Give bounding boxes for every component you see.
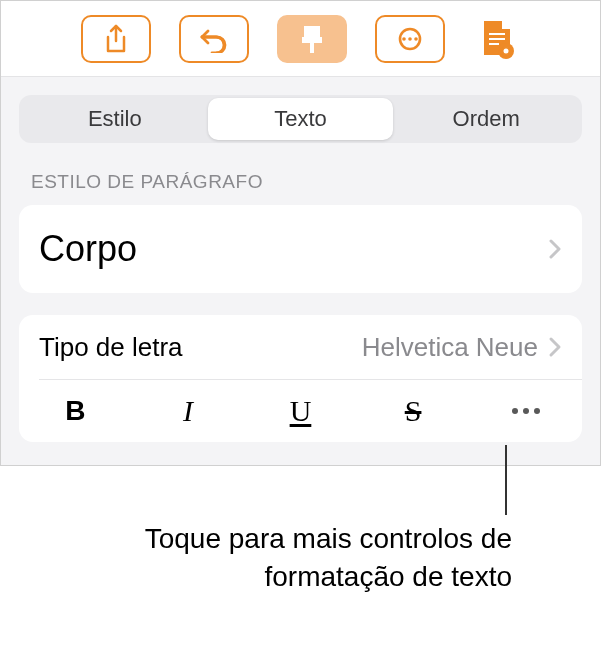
document-view-icon	[480, 19, 514, 59]
paragraph-style-row[interactable]: Corpo	[19, 205, 582, 293]
share-icon	[104, 24, 128, 54]
segmented-control-wrap: Estilo Texto Ordem	[1, 77, 600, 143]
document-view-button[interactable]	[473, 15, 521, 63]
svg-point-3	[414, 37, 418, 41]
font-card: Tipo de letra Helvetica Neue B I U S	[19, 315, 582, 442]
ellipsis-icon	[512, 408, 540, 414]
more-button[interactable]	[375, 15, 445, 63]
svg-point-1	[402, 37, 406, 41]
toolbar	[1, 1, 600, 77]
tab-style[interactable]: Estilo	[22, 98, 208, 140]
chevron-right-icon	[548, 336, 562, 358]
strikethrough-button[interactable]: S	[357, 380, 470, 442]
callout-text: Toque para mais controlos de formatação …	[0, 520, 512, 596]
font-value: Helvetica Neue	[362, 332, 538, 363]
paragraph-style-header: ESTILO DE PARÁGRAFO	[1, 143, 600, 201]
callout-leader-line	[505, 445, 507, 515]
paragraph-style-value: Corpo	[39, 228, 548, 270]
more-text-options-button[interactable]	[469, 380, 582, 442]
font-row[interactable]: Tipo de letra Helvetica Neue	[19, 315, 582, 379]
tab-order[interactable]: Ordem	[393, 98, 579, 140]
bold-button[interactable]: B	[19, 380, 132, 442]
svg-point-2	[408, 37, 412, 41]
text-style-row: B I U S	[19, 380, 582, 442]
font-label: Tipo de letra	[39, 332, 362, 363]
tab-text[interactable]: Texto	[208, 98, 394, 140]
undo-button[interactable]	[179, 15, 249, 63]
underline-button[interactable]: U	[244, 380, 357, 442]
svg-point-9	[503, 48, 508, 53]
segmented-control: Estilo Texto Ordem	[19, 95, 582, 143]
format-brush-icon	[299, 24, 325, 54]
paragraph-style-card: Corpo	[19, 205, 582, 293]
chevron-right-icon	[548, 238, 562, 260]
share-button[interactable]	[81, 15, 151, 63]
italic-button[interactable]: I	[132, 380, 245, 442]
format-panel: Estilo Texto Ordem ESTILO DE PARÁGRAFO C…	[0, 0, 601, 466]
undo-icon	[199, 25, 229, 53]
format-button[interactable]	[277, 15, 347, 63]
more-icon	[393, 27, 427, 51]
